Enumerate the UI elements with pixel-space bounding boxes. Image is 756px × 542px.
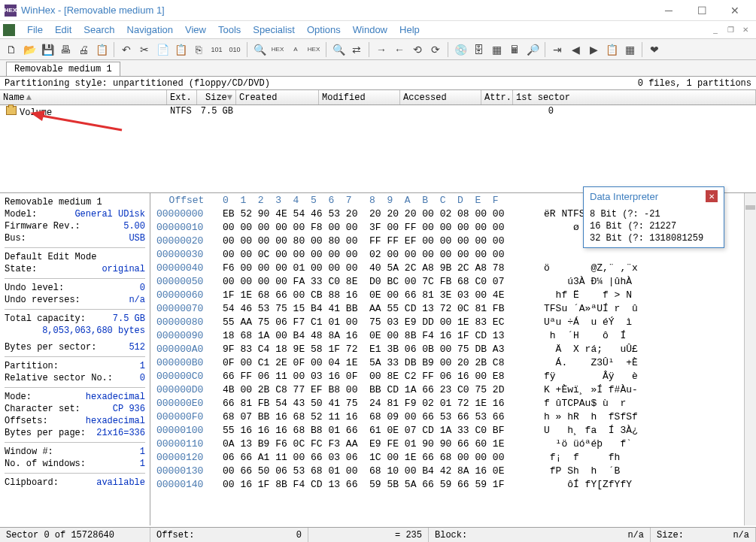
position-icon[interactable]: ⇥ — [549, 41, 566, 58]
hex-row[interactable]: 0000013000 66 50 06 53 68 01 00 68 10 00… — [150, 465, 756, 478]
hex-row[interactable]: 000000F068 07 BB 16 68 52 11 16 68 09 00… — [150, 410, 756, 424]
cut-icon[interactable]: ✂ — [136, 41, 153, 58]
hex-ascii[interactable]: ¹ö üóªéþ f` — [535, 438, 756, 451]
hex-bytes[interactable]: 18 68 1A 00 B4 48 8A 16 0E 00 8B F4 16 1… — [223, 329, 535, 343]
undo-icon[interactable]: ↶ — [118, 41, 135, 58]
hex-ascii[interactable]: fÿ Âÿ è — [535, 370, 756, 383]
hex-row[interactable]: 0000008055 AA 75 06 F7 C1 01 00 75 03 E9… — [150, 316, 756, 329]
new-icon[interactable]: 🗋 — [3, 41, 20, 58]
help-icon[interactable]: ❤ — [646, 41, 663, 58]
clipboard-icon[interactable]: 📋 — [603, 41, 620, 58]
hex-bytes[interactable]: 55 16 16 16 68 B8 01 66 61 0E 07 CD 1A 3… — [223, 424, 535, 438]
hex-row[interactable]: 0000010055 16 16 16 68 B8 01 66 61 0E 07… — [150, 424, 756, 438]
hex-bytes[interactable]: 66 FF 06 11 00 03 16 0F 00 8E C2 FF 06 1… — [223, 370, 535, 383]
maximize-button[interactable]: ☐ — [685, 0, 718, 21]
hex-bytes[interactable]: EB 52 90 4E 54 46 53 20 20 20 20 00 02 0… — [223, 207, 535, 221]
print-icon[interactable]: 🖨 — [75, 41, 92, 58]
menu-options[interactable]: Options — [301, 23, 347, 37]
menu-search[interactable]: Search — [77, 23, 120, 37]
copy-block-icon[interactable]: 010 — [226, 41, 243, 58]
properties-icon[interactable]: 📋 — [93, 41, 110, 58]
hex-ascii[interactable]: K +Èwï¸ »Í f#Àu- — [535, 383, 756, 397]
hex-ascii[interactable]: Á. Z3Û¹ +È — [535, 356, 756, 370]
volume-row[interactable]: Volume NTFS 7.5 GB 0 — [0, 105, 756, 119]
col-accessed[interactable]: Accessed — [400, 90, 481, 104]
hex-row[interactable]: 000000C066 FF 06 11 00 03 16 0F 00 8E C2… — [150, 370, 756, 383]
col-ext[interactable]: Ext. — [167, 90, 197, 104]
hex-row[interactable]: 000000D04B 00 2B C8 77 EF B8 00 BB CD 1A… — [150, 383, 756, 397]
menu-help[interactable]: Help — [393, 23, 426, 37]
mdi-minimize-button[interactable]: _ — [709, 25, 721, 35]
hex-bytes[interactable]: 00 00 00 00 FA 33 C0 8E D0 BC 00 7C FB 6… — [223, 275, 535, 289]
hex-row[interactable]: 0000007054 46 53 75 15 B4 41 BB AA 55 CD… — [150, 302, 756, 316]
hex-row[interactable]: 0000005000 00 00 00 FA 33 C0 8E D0 BC 00… — [150, 275, 756, 289]
mdi-close-button[interactable]: ✕ — [739, 25, 751, 35]
di-title[interactable]: Data Interpreter ✕ — [584, 187, 724, 205]
minimize-button[interactable]: ─ — [652, 0, 685, 21]
menu-tools[interactable]: Tools — [212, 23, 247, 37]
hex-bytes[interactable]: 54 46 53 75 15 B4 41 BB AA 55 CD 13 72 0… — [223, 302, 535, 316]
col-attr[interactable]: Attr. — [481, 90, 513, 104]
menu-navigation[interactable]: Navigation — [121, 23, 179, 37]
col-created[interactable]: Created — [236, 90, 319, 104]
hex-row[interactable]: 000000A09F 83 C4 18 9E 58 1F 72 E1 3B 06… — [150, 343, 756, 356]
find-text-icon[interactable]: A — [287, 41, 304, 58]
prev-icon[interactable]: ◀ — [567, 41, 584, 58]
hex-bytes[interactable]: F6 00 00 00 01 00 00 00 40 5A 2C A8 9B 2… — [223, 262, 535, 275]
calc-icon[interactable]: 🖩 — [506, 41, 523, 58]
hex-bytes[interactable]: 06 66 A1 11 00 66 03 06 1C 00 1E 66 68 0… — [223, 451, 535, 465]
find-icon[interactable]: 🔍 — [251, 41, 268, 58]
hex-row[interactable]: 0000014000 16 1F 8B F4 CD 13 66 59 5B 5A… — [150, 478, 756, 492]
analyze-icon[interactable]: 🔎 — [524, 41, 541, 58]
hex-ascii[interactable]: ö @Z,¨ ,¨x — [535, 262, 756, 275]
hex-bytes[interactable]: 55 AA 75 06 F7 C1 01 00 75 03 E9 DD 00 1… — [223, 316, 535, 329]
find-again-icon[interactable]: HEX — [305, 41, 322, 58]
hex-bytes[interactable]: 9F 83 C4 18 9E 58 1F 72 E1 3B 06 0B 00 7… — [223, 343, 535, 356]
hex-bytes[interactable]: 0F 00 C1 2E 0F 00 04 1E 5A 33 DB B9 00 2… — [223, 356, 535, 370]
hex-ascii[interactable]: fP Sh h ´B — [535, 465, 756, 478]
hex-row[interactable]: 0000003000 00 0C 00 00 00 00 00 02 00 00… — [150, 248, 756, 262]
scrollbar-thumb[interactable] — [745, 205, 755, 210]
col-size[interactable]: Size▼ — [197, 90, 236, 104]
hex-bytes[interactable]: 4B 00 2B C8 77 EF B8 00 BB CD 1A 66 23 C… — [223, 383, 535, 397]
hex-ascii[interactable]: hf Ë f > N — [535, 289, 756, 302]
hex-bytes[interactable]: 68 07 BB 16 68 52 11 16 68 09 00 66 53 6… — [223, 410, 535, 424]
back-icon[interactable]: ← — [391, 41, 408, 58]
disk-icon[interactable]: 💿 — [452, 41, 469, 58]
paste-icon[interactable]: 📋 — [172, 41, 189, 58]
hex-ascii[interactable]: f ûTCPAu$ ù r — [535, 397, 756, 410]
hex-bytes[interactable]: 66 81 FB 54 43 50 41 75 24 81 F9 02 01 7… — [223, 397, 535, 410]
data-interpreter[interactable]: Data Interpreter ✕ 8 Bit (?: -21 16 Bit … — [583, 186, 724, 248]
copy-icon[interactable]: 📄 — [154, 41, 171, 58]
hex-ascii[interactable]: Ä X rá; uÛ£ — [535, 343, 756, 356]
find-hex-icon[interactable]: HEX — [269, 41, 286, 58]
hex-ascii[interactable]: h ´H ô Í — [535, 329, 756, 343]
copy-offset-icon[interactable]: 101 — [208, 41, 225, 58]
hex-row[interactable]: 00000040F6 00 00 00 01 00 00 00 40 5A 2C… — [150, 262, 756, 275]
hex-row[interactable]: 000000B00F 00 C1 2E 0F 00 04 1E 5A 33 DB… — [150, 356, 756, 370]
hex-bytes[interactable]: 00 16 1F 8B F4 CD 13 66 59 5B 5A 66 59 6… — [223, 478, 535, 492]
hex-ascii[interactable]: ú3À Ð¼ |ûhÀ — [535, 275, 756, 289]
forward-icon[interactable]: ⟲ — [409, 41, 426, 58]
hex-bytes[interactable]: 00 00 00 00 80 00 80 00 FF FF EF 00 00 0… — [223, 235, 535, 248]
copy-hex-icon[interactable]: ⎘ — [190, 41, 207, 58]
ram-icon[interactable]: ▦ — [488, 41, 505, 58]
hex-row[interactable]: 000000E066 81 FB 54 43 50 41 75 24 81 F9… — [150, 397, 756, 410]
hex-ascii[interactable]: TFSu ´A»ªUÍ r û — [535, 302, 756, 316]
goto-icon[interactable]: → — [373, 41, 390, 58]
hex-ascii[interactable]: U h¸ fa Í 3À¿ — [535, 424, 756, 438]
col-sector[interactable]: 1st sector — [513, 90, 756, 104]
menu-file[interactable]: File — [21, 23, 49, 37]
replace-icon[interactable]: ⇄ — [348, 41, 365, 58]
hex-bytes[interactable]: 1F 1E 68 66 00 CB 88 16 0E 00 66 81 3E 0… — [223, 289, 535, 302]
menu-view[interactable]: View — [179, 23, 212, 37]
col-name[interactable]: Name ▲ — [0, 90, 167, 104]
hex-bytes[interactable]: 0A 13 B9 F6 0C FC F3 AA E9 FE 01 90 90 6… — [223, 438, 535, 451]
col-modified[interactable]: Modified — [319, 90, 400, 104]
menu-window[interactable]: Window — [347, 23, 393, 37]
next-icon[interactable]: ▶ — [585, 41, 602, 58]
hex-bytes[interactable]: 00 00 00 00 00 F8 00 00 3F 00 FF 00 00 0… — [223, 221, 535, 235]
hex-ascii[interactable]: Uªu ÷Á u éÝ ì — [535, 316, 756, 329]
menu-specialist[interactable]: Specialist — [247, 23, 301, 37]
hex-bytes[interactable]: 00 00 0C 00 00 00 00 00 02 00 00 00 00 0… — [223, 248, 535, 262]
